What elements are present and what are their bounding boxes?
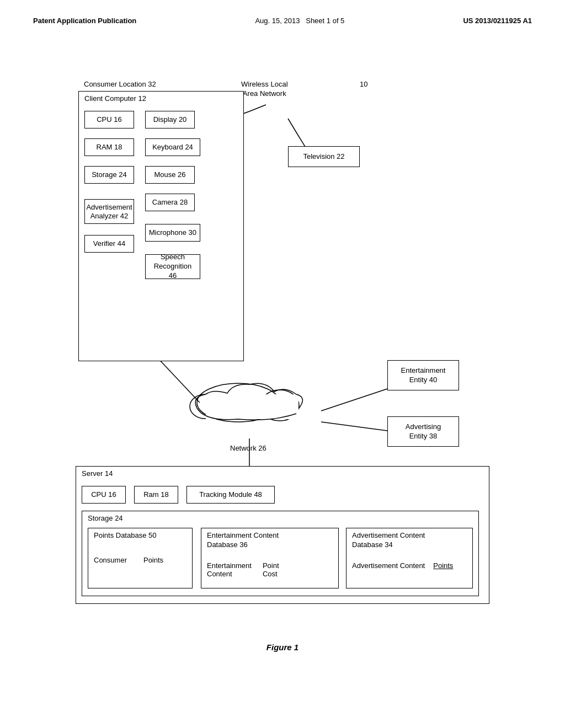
speech-box: Speech Recognition 46 — [145, 254, 200, 279]
entertainment-content-col: Entertainment Content — [207, 561, 252, 578]
storage-box: Storage 24 — [84, 166, 134, 184]
server-storage-box: Storage 24 Points Database 50 Consumer P… — [82, 511, 479, 596]
television-box: Television 22 — [288, 146, 360, 167]
mouse-box: Mouse 26 — [145, 166, 195, 184]
client-computer-label: Client Computer 12 — [84, 94, 146, 103]
svg-rect-6 — [206, 394, 299, 419]
adv-analyzer-label: Advertisement Analyzer 42 — [86, 203, 132, 220]
header-right: US 2013/0211925 A1 — [463, 17, 532, 25]
svg-line-7 — [156, 356, 200, 403]
svg-point-5 — [190, 394, 221, 419]
verifier-box: Verifier 44 — [84, 235, 134, 253]
camera-box: Camera 28 — [145, 194, 195, 211]
cpu-box: CPU 16 — [84, 111, 134, 129]
advertising-label: Advertising Entity 38 — [406, 422, 441, 441]
keyboard-label: Keyboard 24 — [152, 143, 193, 152]
point-cost-col: Point Cost — [263, 561, 279, 578]
client-computer-box: Client Computer 12 CPU 16 Display 20 RAM… — [78, 91, 244, 361]
points-col: Points — [143, 556, 163, 564]
mouse-label: Mouse 26 — [154, 170, 185, 180]
ram-label: RAM 18 — [97, 143, 122, 152]
adv-analyzer-box: Advertisement Analyzer 42 — [84, 199, 134, 224]
adv-content-db-box: Advertisement Content Database 34 Advert… — [346, 528, 473, 588]
consumer-location-label: Consumer Location 32 — [84, 80, 156, 88]
advertising-entity-box: Advertising Entity 38 — [387, 416, 459, 447]
adv-points-col: Points — [433, 561, 453, 570]
points-db-columns: Consumer Points — [94, 556, 163, 564]
microphone-label: Microphone 30 — [149, 228, 196, 238]
consumer-col: Consumer — [94, 556, 127, 564]
adv-content-db-columns: Advertisement Content Points — [352, 561, 453, 570]
server-label: Server 14 — [82, 469, 113, 478]
ram-box: RAM 18 — [84, 138, 134, 156]
speech-label: Speech Recognition 46 — [149, 253, 196, 281]
diagram: Consumer Location 32 Wireless Local Area… — [45, 47, 520, 626]
keyboard-box: Keyboard 24 — [145, 138, 200, 156]
cpu-label: CPU 16 — [97, 115, 122, 125]
entertainment-label: Entertainment Entity 40 — [401, 366, 446, 385]
server-cpu-label: CPU 16 — [91, 490, 116, 500]
header-sheet: Sheet 1 of 5 — [306, 17, 344, 25]
server-ram-label: Ram 18 — [143, 490, 169, 500]
tracking-module-box: Tracking Module 48 — [186, 486, 275, 504]
points-db-box: Points Database 50 Consumer Points — [88, 528, 193, 588]
server-storage-label: Storage 24 — [88, 514, 123, 522]
points-db-label: Points Database 50 — [94, 531, 156, 539]
entertainment-content-db-label: Entertainment Content Database 36 — [207, 531, 279, 550]
header-center: Aug. 15, 2013 Sheet 1 of 5 — [255, 17, 344, 25]
network-label: Network 26 — [230, 444, 266, 452]
television-label: Television 22 — [303, 152, 344, 162]
page: Patent Application Publication Aug. 15, … — [0, 0, 565, 728]
header-date: Aug. 15, 2013 — [255, 17, 300, 25]
figure-caption: Figure 1 — [33, 643, 532, 652]
entertainment-entity-box: Entertainment Entity 40 — [387, 360, 459, 390]
diagram-number: 10 — [360, 80, 367, 88]
page-header: Patent Application Publication Aug. 15, … — [33, 17, 532, 25]
entertainment-content-db-box: Entertainment Content Database 36 Entert… — [201, 528, 339, 588]
adv-content-db-label: Advertisement Content Database 34 — [352, 531, 425, 550]
verifier-label: Verifier 44 — [93, 239, 126, 249]
camera-label: Camera 28 — [152, 198, 188, 207]
display-label: Display 20 — [153, 115, 187, 125]
header-left: Patent Application Publication — [33, 17, 136, 25]
display-box: Display 20 — [145, 111, 195, 129]
storage-label: Storage 24 — [92, 170, 127, 180]
server-box: Server 14 CPU 16 Ram 18 Tracking Module … — [76, 466, 489, 604]
tracking-label: Tracking Module 48 — [199, 490, 262, 500]
wlan-text: Wireless Local Area Network — [241, 80, 288, 99]
wlan-label: Wireless Local Area Network — [241, 80, 288, 99]
svg-point-4 — [260, 390, 299, 421]
svg-point-3 — [197, 383, 280, 422]
microphone-box: Microphone 30 — [145, 224, 200, 242]
server-ram-box: Ram 18 — [134, 486, 178, 504]
adv-content-col: Advertisement Content — [352, 561, 425, 570]
entertainment-content-db-columns: Entertainment Content Point Cost — [207, 561, 279, 578]
server-cpu-box: CPU 16 — [82, 486, 126, 504]
